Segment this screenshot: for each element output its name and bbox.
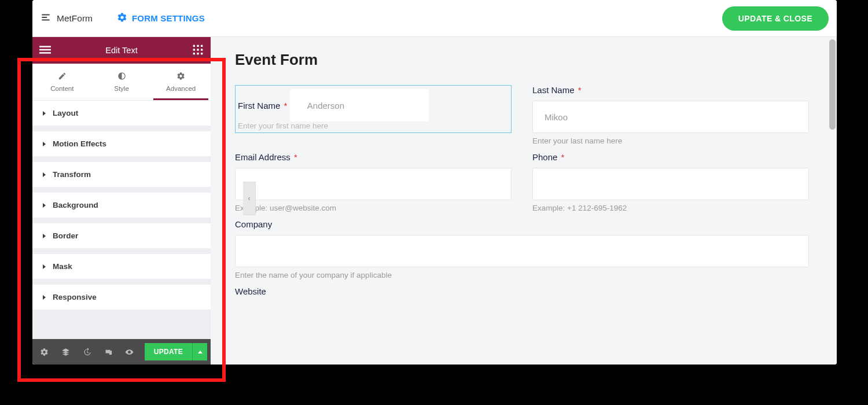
first-name-field[interactable]: First Name * Enter your first name here [235, 85, 512, 145]
panel-background[interactable]: Background [32, 193, 211, 218]
gear-icon [176, 72, 185, 82]
chevron-right-icon [43, 203, 46, 208]
tab-style-label: Style [114, 85, 129, 92]
scrollbar-thumb[interactable] [829, 39, 836, 130]
form-settings-label: FORM SETTINGS [132, 13, 205, 23]
scrollbar-track[interactable] [829, 39, 836, 363]
apps-icon[interactable] [192, 44, 204, 57]
editor-title: Edit Text [105, 46, 137, 55]
chevron-right-icon [43, 295, 46, 300]
required-marker: * [561, 152, 565, 162]
form-row-2: Email Address * Example: user@website.co… [235, 152, 809, 219]
chevron-right-icon [43, 142, 46, 146]
email-field[interactable]: Email Address * Example: user@website.co… [235, 152, 512, 212]
canvas: Event Form First Name * Enter your first… [211, 37, 837, 315]
required-marker: * [578, 85, 582, 95]
svg-rect-5 [39, 52, 51, 54]
tab-style[interactable]: Style [92, 64, 152, 100]
form-row-1: First Name * Enter your first name here … [235, 85, 809, 152]
website-field[interactable]: Website [235, 286, 809, 302]
menu-icon[interactable] [39, 44, 51, 57]
sidebar-footer: UPDATE [32, 339, 211, 365]
first-name-help: Enter your first name here [236, 122, 511, 130]
svg-rect-6 [193, 45, 195, 46]
panel-label: Transform [53, 170, 91, 179]
settings-tool[interactable] [38, 345, 51, 358]
canvas-wrap: Event Form First Name * Enter your first… [211, 37, 837, 365]
update-split: UPDATE [145, 343, 207, 360]
panel-label: Border [53, 231, 78, 240]
form-title: Event Form [235, 51, 809, 69]
phone-label: Phone * [532, 152, 809, 162]
panel-border[interactable]: Border [32, 223, 211, 248]
brand: MetForm [41, 12, 93, 25]
editor-header: Edit Text [32, 37, 211, 64]
email-input[interactable] [235, 168, 512, 200]
company-field[interactable]: Company Enter the name of your company i… [235, 219, 809, 279]
website-label: Website [235, 286, 809, 296]
last-name-help: Enter your last name here [532, 137, 809, 145]
tab-advanced[interactable]: Advanced [151, 64, 211, 100]
history-tool[interactable] [81, 345, 94, 358]
update-and-close-button[interactable]: UPDATE & CLOSE [722, 6, 829, 31]
panel-label: Responsive [53, 293, 97, 301]
last-name-input[interactable] [532, 101, 809, 133]
responsive-tool[interactable] [102, 345, 115, 358]
svg-rect-4 [39, 49, 51, 50]
update-dropdown-button[interactable] [192, 343, 207, 360]
svg-rect-11 [201, 49, 203, 50]
collapse-sidebar-handle[interactable]: ‹ [243, 182, 256, 215]
phone-help: Example: +1 212-695-1962 [532, 204, 809, 212]
navigator-tool[interactable] [60, 345, 72, 358]
required-marker: * [294, 152, 297, 162]
first-name-label: First Name * [236, 101, 287, 111]
panel-label: Mask [53, 262, 72, 271]
required-marker: * [284, 101, 288, 111]
chevron-up-icon [198, 351, 203, 354]
svg-rect-10 [197, 49, 198, 50]
last-name-label: Last Name * [532, 85, 809, 95]
topbar: MetForm FORM SETTINGS UPDATE & CLOSE [32, 0, 837, 37]
app-frame: MetForm FORM SETTINGS UPDATE & CLOSE Edi… [32, 0, 837, 365]
svg-rect-12 [193, 53, 195, 54]
panel-transform[interactable]: Transform [32, 162, 211, 187]
tabstrip: Content Style Advanced [32, 64, 211, 101]
email-help: Example: user@website.com [235, 204, 512, 212]
tab-content[interactable]: Content [32, 64, 92, 100]
first-name-input[interactable] [290, 89, 429, 122]
tab-advanced-label: Advanced [166, 85, 196, 92]
tab-content-label: Content [50, 85, 73, 92]
company-label: Company [235, 219, 809, 229]
brand-label: MetForm [57, 13, 93, 24]
pencil-icon [58, 72, 67, 82]
contrast-icon [117, 72, 126, 82]
advanced-panels: Layout Motion Effects Transform Backgrou… [32, 101, 211, 339]
panel-label: Layout [53, 109, 78, 117]
company-help: Enter the name of your company if applic… [235, 271, 809, 279]
svg-rect-14 [201, 53, 203, 54]
metform-icon [41, 12, 51, 25]
panel-layout[interactable]: Layout [32, 101, 211, 126]
body: Edit Text Content Style Advanced [32, 37, 837, 365]
panel-mask[interactable]: Mask [32, 254, 211, 279]
chevron-right-icon [43, 172, 46, 177]
svg-rect-13 [197, 53, 198, 54]
chevron-right-icon [43, 264, 46, 269]
chevron-right-icon [43, 111, 46, 116]
panel-label: Background [53, 201, 98, 209]
phone-field[interactable]: Phone * Example: +1 212-695-1962 [532, 152, 809, 212]
email-label: Email Address * [235, 152, 512, 162]
preview-tool[interactable] [123, 345, 136, 358]
gear-icon [117, 12, 127, 24]
phone-input[interactable] [532, 168, 809, 200]
panel-motion-effects[interactable]: Motion Effects [32, 131, 211, 156]
form-settings-link[interactable]: FORM SETTINGS [117, 12, 205, 24]
svg-rect-3 [39, 46, 51, 47]
chevron-right-icon [43, 234, 46, 238]
update-button[interactable]: UPDATE [145, 343, 192, 360]
company-input[interactable] [235, 235, 809, 267]
panel-label: Motion Effects [53, 139, 106, 148]
panel-responsive[interactable]: Responsive [32, 285, 211, 310]
chevron-left-icon: ‹ [248, 194, 251, 203]
last-name-field[interactable]: Last Name * Enter your last name here [532, 85, 809, 145]
